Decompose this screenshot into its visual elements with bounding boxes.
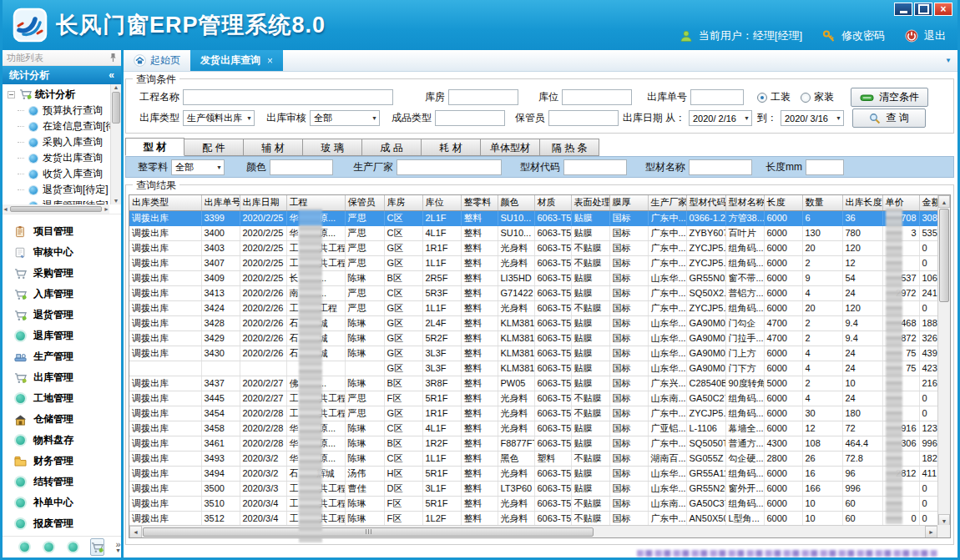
sidebar-item[interactable]: 物料盘存 bbox=[3, 430, 121, 451]
sidebar-item[interactable]: 工地管理 bbox=[3, 388, 121, 409]
column-header[interactable]: 出库日期 bbox=[240, 195, 286, 210]
keeper-input[interactable] bbox=[548, 110, 619, 126]
grid-vertical-scrollbar[interactable]: ▲▼ bbox=[937, 195, 950, 527]
sidebar-item[interactable]: 退库管理 bbox=[3, 325, 121, 346]
grid-horizontal-scrollbar[interactable]: ◄► bbox=[129, 525, 937, 537]
sidebar-item[interactable]: 采购管理 bbox=[3, 263, 121, 284]
tree-root-node[interactable]: 统计分析 bbox=[3, 86, 109, 103]
table-row[interactable]: 调拨出库34582020/2/28华 原...陈琳C区4L1F整料光身料6063… bbox=[129, 421, 941, 436]
minimize-button[interactable] bbox=[894, 3, 912, 16]
tree-item[interactable]: 预算执行查询 bbox=[3, 103, 109, 119]
column-header[interactable]: 生产厂家 bbox=[648, 195, 686, 210]
material-tab[interactable]: 单体型材 bbox=[481, 139, 540, 156]
column-header[interactable]: 型材代码 bbox=[686, 195, 725, 210]
material-tab[interactable]: 配 件 bbox=[184, 139, 244, 156]
sidebar-item[interactable]: 报废管理 bbox=[3, 513, 121, 534]
column-header[interactable]: 型材名称 bbox=[725, 195, 764, 210]
radio-household[interactable]: 家装 bbox=[801, 90, 834, 104]
outbound-type-select[interactable]: 生产领料出库▼ bbox=[183, 110, 255, 126]
table-row[interactable]: 调拨出库33992020/2/25华 原...严思C区2L1F整料SU10...… bbox=[129, 210, 941, 225]
tree-vertical-scrollbar[interactable]: ▲▼ bbox=[110, 84, 121, 204]
pin-icon[interactable] bbox=[109, 53, 117, 63]
change-password-link[interactable]: 修改密码 bbox=[841, 28, 885, 43]
table-row[interactable]: 调拨出库34032020/2/25工 共工程严思G区1R1F整料光身料6063-… bbox=[129, 240, 941, 255]
maximize-button[interactable] bbox=[914, 3, 932, 16]
table-row[interactable]: 调拨出库34242020/2/26工 工程严思G区1L1F整料光身料6063-T… bbox=[129, 300, 941, 315]
material-tab[interactable]: 耗 材 bbox=[422, 139, 481, 156]
sidebar-item[interactable]: 出库管理 bbox=[3, 367, 121, 388]
sidebar-item[interactable]: 结转管理 bbox=[3, 472, 121, 492]
material-tab[interactable]: 玻 璃 bbox=[303, 139, 362, 156]
sidebar-item[interactable]: 入库管理 bbox=[3, 284, 121, 305]
column-header[interactable]: 数量 bbox=[802, 195, 842, 210]
manufacturer-input[interactable] bbox=[397, 159, 502, 175]
column-header[interactable]: 保管员 bbox=[345, 195, 384, 210]
collapse-chevron-icon[interactable]: « bbox=[109, 69, 114, 81]
location-input[interactable] bbox=[562, 89, 632, 105]
sidebar-item[interactable]: 退货管理 bbox=[3, 305, 121, 325]
close-button[interactable]: × bbox=[934, 3, 952, 16]
logout-link[interactable]: 退出 bbox=[924, 28, 946, 43]
dot-icon[interactable] bbox=[42, 541, 55, 554]
color-input[interactable] bbox=[270, 159, 333, 175]
table-row[interactable]: 调拨出库34002020/2/25华 原...严思C区4L1F整料SU10...… bbox=[129, 225, 941, 240]
column-header[interactable]: 出库长度 bbox=[842, 195, 882, 210]
profile-name-input[interactable] bbox=[689, 159, 752, 175]
radio-engineering[interactable]: 工装 bbox=[757, 90, 791, 104]
search-button[interactable]: 查 询 bbox=[852, 108, 926, 128]
column-header[interactable]: 整零料 bbox=[461, 195, 498, 210]
column-header[interactable]: 表面处理 bbox=[571, 195, 609, 210]
tab-home[interactable]: 起始页 bbox=[124, 50, 190, 71]
overflow-chevron-icon[interactable]: »▼ bbox=[115, 541, 121, 554]
material-tab[interactable]: 型 材 bbox=[125, 138, 184, 156]
table-row[interactable]: 调拨出库34542020/2/28工 共工程严思G区1R1F整料光身料6063-… bbox=[129, 406, 941, 421]
material-tab[interactable]: 辅 材 bbox=[244, 139, 303, 156]
column-header[interactable]: 材质 bbox=[534, 195, 571, 210]
material-tab[interactable]: 隔 热 条 bbox=[540, 139, 599, 156]
sidebar-item[interactable]: 审核中心 bbox=[3, 242, 121, 263]
sidebar-item[interactable]: 财务管理 bbox=[3, 451, 121, 472]
sidebar-item[interactable]: 仓储管理 bbox=[3, 409, 121, 430]
tree-horizontal-scrollbar[interactable]: ◄► bbox=[3, 204, 109, 214]
table-row[interactable]: 调拨出库34932020/3/2华 原...陈琳C区1L1F整料黑色塑料不贴膜国… bbox=[129, 451, 941, 466]
order-no-input[interactable] bbox=[690, 89, 744, 105]
column-header[interactable]: 长度 bbox=[764, 195, 802, 210]
section-header[interactable]: 统计分析 « bbox=[3, 66, 121, 84]
table-row[interactable]: 调拨出库34282020/2/26石 城陈琳G区2L4F整料KLM3817606… bbox=[129, 315, 941, 330]
tree-item[interactable]: 收货入库查询 bbox=[3, 166, 109, 182]
table-row[interactable]: 调拨出库35002020/3/3工 共工程曹佳D区3L1F整料LT3P60606… bbox=[129, 481, 941, 496]
table-row[interactable]: 调拨出库34132020/2/26南 ...严思C区5R3F整料G7142260… bbox=[129, 285, 941, 300]
whole-part-select[interactable]: 全部▼ bbox=[171, 159, 225, 175]
project-name-input[interactable] bbox=[183, 89, 393, 105]
tab-close-icon[interactable]: × bbox=[267, 55, 273, 67]
column-header[interactable]: 膜厚 bbox=[609, 195, 648, 210]
clear-conditions-button[interactable]: 清空条件 bbox=[851, 88, 928, 107]
dot-icon[interactable] bbox=[66, 541, 79, 554]
table-row[interactable]: G区3L3F整料KLM38176063-T5贴膜国标山东华...GA90M09.… bbox=[129, 361, 941, 376]
table-row[interactable]: 调拨出库35102020/3/4工 共工程陈琳F区5R1F整料光身料6063-T… bbox=[129, 496, 941, 511]
column-header[interactable]: 库位 bbox=[422, 195, 461, 210]
profile-code-input[interactable] bbox=[563, 159, 627, 175]
table-row[interactable]: 调拨出库34292020/2/26石 城陈琳G区5R2F整料KLM3817606… bbox=[129, 330, 941, 346]
table-row[interactable]: 调拨出库34372020/2/27佛 ...陈琳B区3R8F整料PW056063… bbox=[129, 376, 941, 391]
tree-expander-icon[interactable] bbox=[8, 91, 15, 98]
column-header[interactable]: 库房 bbox=[384, 195, 422, 210]
table-row[interactable]: 调拨出库34302020/2/26石 城陈琳G区3L3F整料KLM3817606… bbox=[129, 346, 941, 361]
table-row[interactable]: 调拨出库34942020/3/2石 辉城汤伟H区5R1F整料光身料6063-T5… bbox=[129, 466, 941, 481]
table-row[interactable]: 调拨出库34452020/2/27工 共工程严思F区5R1F整料光身料6063-… bbox=[129, 391, 941, 406]
table-row[interactable]: 调拨出库34612020/2/28华 原...陈琳B区1R2F整料F8877FT… bbox=[129, 436, 941, 451]
table-row[interactable]: 调拨出库34092020/2/25长 ...陈琳B区2R5F整料LI35HD60… bbox=[129, 270, 941, 285]
column-header[interactable]: 出库类型 bbox=[129, 195, 201, 210]
date-to-picker[interactable]: 2020/ 3/16▼ bbox=[781, 110, 844, 126]
tree-item[interactable]: 发货出库查询 bbox=[3, 150, 109, 166]
outbound-audit-select[interactable]: 全部▼ bbox=[310, 110, 380, 126]
cart-shortcut-button[interactable] bbox=[90, 538, 104, 556]
tree-item[interactable]: 采购入库查询 bbox=[3, 134, 109, 150]
length-input[interactable] bbox=[806, 159, 844, 175]
column-header[interactable]: 出库单号 bbox=[201, 195, 240, 210]
date-from-picker[interactable]: 2020/ 2/16▼ bbox=[689, 110, 752, 126]
material-tab[interactable]: 成 品 bbox=[362, 139, 422, 156]
table-row[interactable]: 调拨出库34072020/2/25工 共工程严思G区1L1F整料光身料6063-… bbox=[129, 255, 941, 270]
dot-icon[interactable] bbox=[18, 541, 31, 554]
tab-shipment-outbound-query[interactable]: 发货出库查询 × bbox=[190, 50, 283, 71]
